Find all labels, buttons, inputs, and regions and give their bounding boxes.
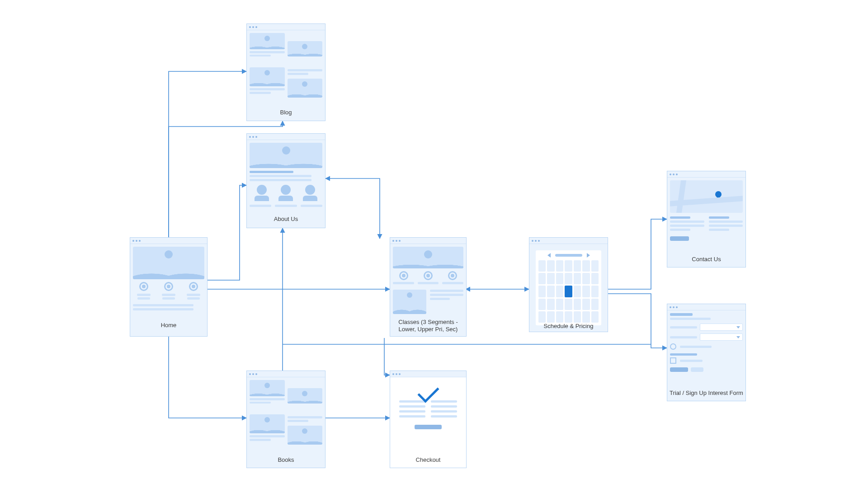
window-dots — [130, 238, 207, 244]
node-checkout[interactable] — [390, 371, 467, 468]
calendar-icon — [536, 250, 601, 325]
label-schedule: Schedule & Pricing — [529, 323, 608, 329]
map-pin-icon — [714, 190, 723, 199]
node-books[interactable] — [246, 371, 326, 468]
chevron-right-icon — [587, 253, 590, 258]
edge-classes-checkout — [384, 338, 390, 375]
label-classes: Classes (3 Segments - Lower, Upper Pri, … — [390, 319, 467, 333]
radio-icon — [670, 343, 676, 350]
window-dots — [667, 304, 745, 310]
window-dots — [667, 171, 745, 178]
feature-icon — [139, 282, 148, 291]
label-checkout: Checkout — [390, 456, 467, 463]
person-icon — [305, 185, 315, 195]
checkmark-icon — [417, 381, 439, 403]
edge-home-books — [169, 337, 246, 418]
window-dots — [247, 371, 325, 377]
window-dots — [247, 134, 325, 140]
label-trial: Trial / Sign Up Interest Form — [667, 389, 746, 396]
select-input-icon — [700, 324, 743, 331]
node-schedule-pricing[interactable] — [529, 237, 608, 332]
edge-home-about — [208, 185, 246, 280]
chevron-left-icon — [547, 253, 551, 258]
window-dots — [247, 24, 325, 30]
sitemap-canvas: Home Blog About Us — [0, 0, 868, 488]
node-about-us[interactable] — [246, 133, 326, 228]
edge-schedule-trial — [608, 294, 667, 348]
window-dots — [529, 238, 608, 244]
edge-home-blog-top — [169, 71, 246, 242]
label-contact: Contact Us — [667, 256, 746, 263]
feature-icon — [448, 271, 457, 280]
window-dots — [390, 371, 466, 377]
feature-icon — [164, 282, 173, 291]
label-home: Home — [130, 322, 208, 328]
node-trial-signup[interactable] — [667, 304, 746, 401]
edge-about-classes — [326, 178, 380, 239]
label-books: Books — [246, 456, 326, 463]
node-blog[interactable] — [246, 23, 326, 121]
window-dots — [390, 238, 466, 244]
select-input-icon — [700, 333, 743, 341]
person-icon — [281, 185, 291, 195]
checkbox-icon — [670, 357, 676, 364]
person-icon — [257, 185, 267, 195]
label-about: About Us — [246, 216, 326, 222]
feature-icon — [424, 271, 433, 280]
map-icon — [670, 180, 743, 213]
feature-icon — [399, 271, 408, 280]
feature-icon — [189, 282, 198, 291]
edge-schedule-contact — [608, 219, 667, 289]
node-contact-us[interactable] — [667, 171, 746, 267]
label-blog: Blog — [246, 109, 326, 116]
